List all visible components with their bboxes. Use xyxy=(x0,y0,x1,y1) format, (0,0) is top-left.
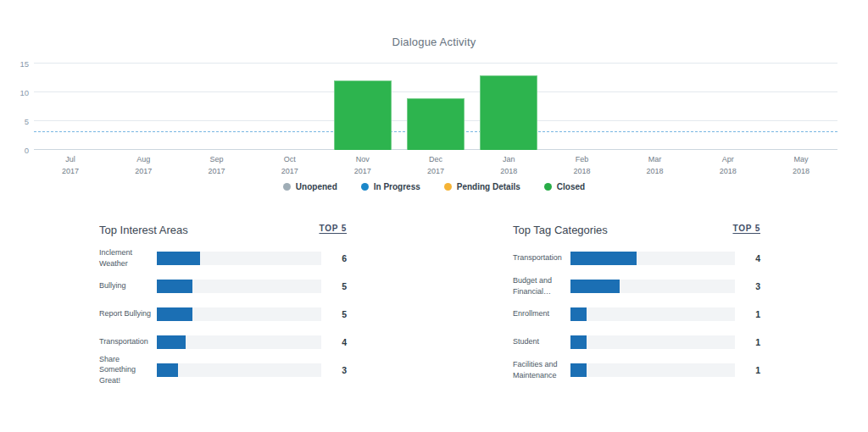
dialogue-plot xyxy=(34,64,837,150)
y-tick-label-0: 0 xyxy=(25,146,29,155)
bar-row-label: Budget and Financial… xyxy=(513,275,570,296)
x-label-sep-2017: Sep2017 xyxy=(180,154,253,177)
month-slot-jan-2018 xyxy=(472,64,545,150)
top-tag-categories-header: Top Tag Categories TOP 5 xyxy=(513,224,760,236)
bar-row-student: Student1 xyxy=(513,328,760,356)
x-label-year: 2017 xyxy=(180,166,253,178)
x-label-month: Apr xyxy=(692,154,765,166)
bar-row-fill xyxy=(157,307,192,321)
x-label-month: Sep xyxy=(180,154,253,166)
legend-dot-icon xyxy=(283,183,291,191)
bar-row-label: Bullying xyxy=(99,280,157,291)
dialogue-x-axis: Jul2017Aug2017Sep2017Oct2017Nov2017Dec20… xyxy=(34,154,837,177)
top-tag-categories-rows: Transportation4Budget and Financial…3Enr… xyxy=(513,244,760,384)
x-label-month: Jul xyxy=(34,154,107,166)
bar-row-fill xyxy=(570,252,637,265)
bar-row-fill xyxy=(157,363,178,377)
top-interest-areas-title: Top Interest Areas xyxy=(99,224,188,236)
bar-row-label: Report Bullying xyxy=(99,308,157,319)
legend-item-unopened[interactable]: Unopened xyxy=(283,182,337,191)
y-tick-label-5: 5 xyxy=(25,117,29,126)
bar-row-label: Inclement Weather xyxy=(99,247,157,269)
x-label-month: Feb xyxy=(545,154,618,166)
bar-row-value: 5 xyxy=(331,281,347,291)
x-label-year: 2018 xyxy=(545,166,618,178)
bar-row-label: Student xyxy=(513,336,570,347)
legend-item-in-progress[interactable]: In Progress xyxy=(361,182,420,191)
month-slot-feb-2018 xyxy=(545,64,618,150)
bar-row-track xyxy=(157,307,321,321)
x-label-year: 2017 xyxy=(399,166,472,178)
bar-row-fill xyxy=(570,335,587,349)
top-interest-areas-header: Top Interest Areas TOP 5 xyxy=(99,224,347,236)
legend-dot-icon xyxy=(361,183,369,191)
bar-row-fill xyxy=(570,363,587,377)
x-label-jul-2017: Jul2017 xyxy=(34,154,107,177)
x-label-mar-2018: Mar2018 xyxy=(619,154,692,177)
x-label-nov-2017: Nov2017 xyxy=(326,154,399,177)
legend-dot-icon xyxy=(544,183,552,191)
dashboard: Dialogue Activity 051015 Jul2017Aug2017S… xyxy=(0,0,868,432)
x-label-month: May xyxy=(765,154,837,166)
bar-row-budget-and-financial: Budget and Financial…3 xyxy=(513,272,760,300)
bar-row-value: 1 xyxy=(745,365,760,375)
bar-row-track xyxy=(570,307,735,321)
bar-row-bullying: Bullying5 xyxy=(99,272,347,300)
bar-row-report-bullying: Report Bullying5 xyxy=(99,300,347,328)
bar-row-share-something-great: Share Something Great!3 xyxy=(99,356,347,384)
legend-item-closed[interactable]: Closed xyxy=(544,182,585,191)
x-label-month: Oct xyxy=(253,154,326,166)
bar-row-track xyxy=(157,280,321,293)
legend-item-label: In Progress xyxy=(374,182,420,191)
bar-closed-dec-2017[interactable] xyxy=(407,98,465,150)
y-tick-label-15: 15 xyxy=(19,59,29,69)
month-slot-apr-2018 xyxy=(692,64,765,150)
legend-dot-icon xyxy=(444,183,452,191)
month-slot-jul-2017 xyxy=(34,64,107,150)
bar-row-value: 6 xyxy=(331,253,347,263)
bar-row-track xyxy=(570,363,735,377)
top-interest-areas-top5-link[interactable]: TOP 5 xyxy=(319,224,347,233)
bar-row-label: Transportation xyxy=(99,336,157,347)
bar-row-inclement-weather: Inclement Weather6 xyxy=(99,244,347,272)
dialogue-y-axis: 051015 xyxy=(7,64,29,150)
bar-row-fill xyxy=(157,335,186,349)
month-slot-nov-2017 xyxy=(326,64,399,150)
bar-row-value: 3 xyxy=(745,281,760,291)
bar-closed-nov-2017[interactable] xyxy=(334,80,392,150)
bar-row-value: 4 xyxy=(745,253,760,263)
x-label-year: 2018 xyxy=(619,166,692,178)
bar-row-enrollment: Enrollment1 xyxy=(513,300,760,328)
x-label-jan-2018: Jan2018 xyxy=(472,154,545,177)
y-tick-label-10: 10 xyxy=(19,88,29,97)
x-label-year: 2017 xyxy=(34,166,107,178)
x-label-year: 2018 xyxy=(765,166,837,178)
x-label-month: Dec xyxy=(399,154,472,166)
x-label-oct-2017: Oct2017 xyxy=(253,154,326,177)
bar-row-label: Transportation xyxy=(513,252,570,263)
x-label-year: 2017 xyxy=(107,166,180,178)
month-slot-oct-2017 xyxy=(253,64,326,150)
x-label-dec-2017: Dec2017 xyxy=(399,154,472,177)
bar-row-value: 5 xyxy=(331,309,347,319)
x-label-year: 2018 xyxy=(472,166,545,178)
bar-row-value: 4 xyxy=(331,337,347,347)
dialogue-legend: UnopenedIn ProgressPending DetailsClosed xyxy=(0,182,868,191)
month-slot-sep-2017 xyxy=(180,64,253,150)
bar-row-value: 3 xyxy=(331,365,347,375)
bar-row-value: 1 xyxy=(745,309,760,319)
month-slot-mar-2018 xyxy=(619,64,692,150)
x-label-may-2018: May2018 xyxy=(765,154,837,177)
legend-item-pending-details[interactable]: Pending Details xyxy=(444,182,520,191)
bar-closed-jan-2018[interactable] xyxy=(480,75,537,150)
month-slot-aug-2017 xyxy=(107,64,180,150)
top-tag-categories-top5-link[interactable]: TOP 5 xyxy=(732,224,760,233)
dialogue-bars-container xyxy=(34,64,837,150)
x-label-feb-2018: Feb2018 xyxy=(545,154,618,177)
x-label-month: Aug xyxy=(107,154,180,166)
bar-row-track xyxy=(157,335,321,349)
x-label-year: 2017 xyxy=(253,166,326,178)
bar-row-facilities-and-maintenance: Facilities and Maintenance1 xyxy=(513,356,760,384)
bar-row-track xyxy=(157,363,321,377)
x-label-aug-2017: Aug2017 xyxy=(107,154,180,177)
